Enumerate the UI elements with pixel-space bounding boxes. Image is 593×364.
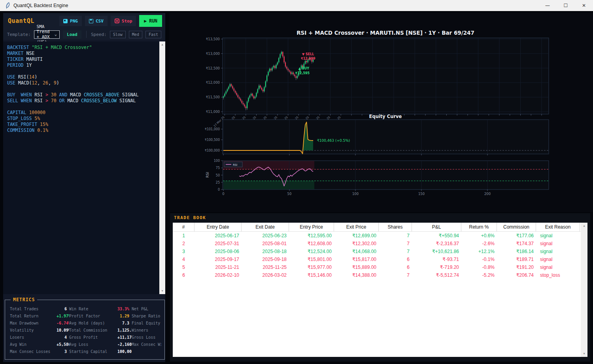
code-line: STOP_LOSS 5%: [7, 116, 161, 122]
scroll-up-icon[interactable]: ▲: [581, 223, 587, 229]
feather-app-icon: [5, 2, 10, 9]
metric-cell: Gross Loss: [132, 335, 161, 340]
table-cell: ₹-93.71: [412, 255, 461, 263]
speed-fast-button[interactable]: Fast: [145, 31, 161, 38]
table-cell: ₹14,388.00: [334, 271, 379, 279]
svg-text:RSI + MACD Crossover · MARUT: RSI + MACD Crossover · MARUTI.NS [NSE] ·…: [296, 30, 474, 36]
column-header[interactable]: Entry Date: [195, 223, 242, 231]
table-cell: 2025-07-31: [195, 240, 242, 248]
main-content: QuantQL PNG CSV Stop ▶: [0, 11, 593, 364]
table-row[interactable]: 12025-06-172025-06-23₹12,595.00₹12,699.0…: [173, 232, 581, 240]
metric-cell: Win Rate33.3%: [69, 307, 132, 311]
export-png-button[interactable]: PNG: [59, 16, 82, 26]
table-cell: 2025-09-17: [195, 255, 242, 263]
table-cell: ₹206.74: [497, 271, 536, 279]
code-line: BACKTEST "RSI + MACD Crossover": [7, 45, 161, 51]
code-line: [7, 68, 161, 74]
svg-text:▲ BUY: ▲ BUY: [298, 67, 310, 70]
table-cell: ₹+10,621.86: [412, 248, 461, 255]
svg-text:₹101,000: ₹101,000: [205, 128, 220, 131]
column-header[interactable]: Exit Price: [334, 223, 379, 231]
column-header[interactable]: Commission: [497, 223, 536, 231]
svg-text:₹12,000: ₹12,000: [206, 81, 220, 84]
svg-text:0: 0: [218, 188, 220, 191]
table-cell: ₹15,146.00: [289, 271, 334, 279]
svg-text:▼ SELL: ▼ SELL: [302, 53, 314, 56]
metric-cell: Gross Profit+11,172.80: [69, 335, 132, 340]
table-cell: ₹189.71: [497, 255, 536, 263]
table-cell: 7: [379, 248, 412, 255]
code-text[interactable]: BACKTEST "RSI + MACD Crossover"MARKET NS…: [3, 41, 165, 137]
column-header[interactable]: Exit Date: [242, 223, 289, 231]
metrics-title: METRICS: [11, 297, 37, 302]
table-cell: -2.6%: [461, 240, 497, 248]
metric-cell: Avg Hold (days)7.3: [69, 321, 132, 325]
column-header[interactable]: Entry Price: [289, 223, 334, 231]
metric-cell: Total Return+1.97%: [10, 314, 69, 318]
table-cell: ₹14,068.00: [334, 248, 379, 255]
metric-cell: Starting Capital100,000: [69, 349, 132, 354]
svg-text:Equity Curve: Equity Curve: [369, 114, 402, 119]
maximize-button[interactable]: ☐: [557, 0, 575, 11]
table-cell: ₹174.37: [497, 240, 536, 248]
svg-text:RSI: RSI: [206, 172, 210, 178]
speed-med-button[interactable]: Med: [129, 31, 142, 38]
table-cell: 2025-08-06: [195, 248, 242, 255]
run-label: RUN: [149, 18, 157, 24]
metrics-panel: METRICS Total Trades6Win Rate33.3%Net P&…: [5, 300, 165, 360]
save-icon: [89, 19, 93, 23]
table-cell: signal: [536, 240, 580, 248]
code-line: PERIOD 1Y: [7, 62, 161, 68]
export-csv-button[interactable]: CSV: [85, 16, 108, 26]
code-editor[interactable]: BACKTEST "RSI + MACD Crossover"MARKET NS…: [3, 41, 165, 294]
code-line: COMMISSION 0.1%: [7, 128, 161, 133]
svg-text:75: 75: [216, 166, 220, 170]
scroll-down-icon[interactable]: ▼: [581, 351, 587, 356]
app-brand: QuantQL: [8, 17, 34, 24]
table-cell: ₹186.14: [497, 248, 536, 255]
load-button[interactable]: Load: [63, 30, 81, 39]
chevron-down-icon: ⌄: [54, 33, 57, 36]
table-row[interactable]: 52025-11-212025-11-25₹15,977.00₹15,889.0…: [173, 263, 581, 271]
column-header[interactable]: Shares: [379, 223, 412, 231]
column-header[interactable]: Exit Reason: [536, 223, 580, 231]
trade-table-scrollbar[interactable]: ▲ ▼: [581, 223, 587, 357]
table-cell: 2026-02-10: [195, 271, 242, 279]
table-cell: ₹15,817.00: [334, 255, 379, 263]
table-cell: 1: [173, 232, 195, 240]
trade-book-title: TRADE BOOK: [174, 215, 206, 220]
code-line: TAKE_PROFIT 15%: [7, 122, 161, 128]
table-cell: signal: [536, 263, 580, 271]
column-header[interactable]: Return %: [461, 223, 497, 231]
table-row[interactable]: 22025-07-312025-08-01₹12,608.00₹12,302.0…: [173, 240, 581, 248]
table-cell: 5: [173, 263, 195, 271]
close-button[interactable]: ✕: [575, 0, 593, 11]
stop-button[interactable]: Stop: [111, 16, 136, 26]
table-cell: 6: [173, 271, 195, 279]
table-cell: 2025-06-17: [195, 232, 242, 240]
trade-table[interactable]: #Entry DateExit DateEntry PriceExit Pric…: [173, 223, 581, 357]
table-cell: -0.8%: [461, 263, 497, 271]
export-png-label: PNG: [70, 19, 78, 24]
svg-text:₹100,000: ₹100,000: [205, 149, 220, 152]
table-cell: ₹-5,512.74: [412, 271, 461, 279]
svg-text:₹12,699: ₹12,699: [301, 57, 315, 60]
template-select[interactable]: SMA Trend + ADX (US) ⌄: [34, 30, 60, 39]
code-line: SELL WHEN RSI > 70 OR MACD CROSSES_BELOW…: [7, 98, 161, 104]
table-cell: 3: [173, 248, 195, 255]
svg-text:0: 0: [222, 192, 224, 196]
editor-scrollbar[interactable]: ▲ ▼: [159, 41, 165, 294]
table-cell: signal: [536, 255, 580, 263]
table-row[interactable]: 62026-02-102026-03-02₹15,146.00₹14,388.0…: [173, 271, 581, 279]
column-header[interactable]: P&L: [412, 223, 461, 231]
table-cell: ₹12,524.00: [289, 248, 334, 255]
scroll-up-icon[interactable]: ▲: [159, 42, 165, 47]
table-row[interactable]: 32025-08-062025-08-18₹12,524.00₹14,068.0…: [173, 248, 581, 255]
table-row[interactable]: 42025-09-172025-09-18₹15,801.00₹15,817.0…: [173, 255, 581, 263]
speed-slow-button[interactable]: Slow: [110, 31, 126, 38]
app-window: QuantQL Backtest Engine — ☐ ✕ QuantQL PN…: [0, 0, 593, 364]
scroll-down-icon[interactable]: ▼: [159, 288, 165, 294]
run-button[interactable]: ▶ RUN: [139, 15, 162, 27]
column-header[interactable]: #: [173, 223, 195, 231]
minimize-button[interactable]: —: [538, 0, 557, 11]
